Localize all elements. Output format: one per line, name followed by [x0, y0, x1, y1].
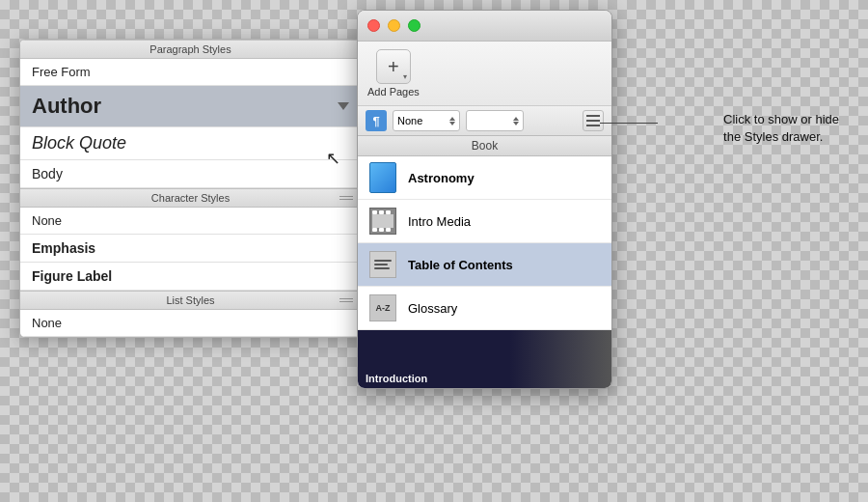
- toolbar-area: + Add Pages: [358, 42, 611, 106]
- svg-rect-0: [586, 115, 600, 117]
- style-label: Block Quote: [32, 133, 126, 153]
- az-icon: A-Z: [369, 294, 396, 321]
- style-label: Body: [32, 166, 63, 181]
- film-strip-row: [372, 228, 393, 232]
- toc-icon: [367, 249, 398, 280]
- paragraph-styles-header: Paragraph Styles: [20, 40, 361, 59]
- item-label: Astronomy: [408, 171, 475, 185]
- film-strip-icon: [369, 208, 396, 235]
- style-item-author[interactable]: Author: [20, 86, 361, 127]
- book-item-toc[interactable]: Table of Contents: [358, 243, 611, 287]
- chevron-down-icon: [513, 117, 519, 126]
- book-item-glossary[interactable]: A-Z Glossary: [358, 287, 611, 330]
- intro-label: Introduction: [366, 373, 427, 384]
- style-item-figure-label[interactable]: Figure Label: [20, 263, 361, 291]
- second-style-dropdown[interactable]: [466, 110, 524, 131]
- arrow-down-icon: [513, 122, 519, 126]
- drag-line: [339, 298, 353, 299]
- drag-handle: [339, 196, 353, 200]
- mouse-cursor-icon: ↖: [326, 150, 340, 167]
- book-label: Book: [472, 139, 498, 153]
- list-styles-label: List Styles: [166, 294, 214, 306]
- toc-line: [374, 264, 388, 265]
- astronomy-icon: [367, 162, 398, 193]
- plus-icon: +: [388, 56, 399, 78]
- drag-line: [339, 199, 353, 200]
- style-label: Free Form: [32, 65, 91, 79]
- toc-line: [374, 260, 392, 262]
- add-pages-icon: +: [376, 49, 411, 84]
- style-item-emphasis[interactable]: Emphasis: [20, 235, 361, 263]
- item-label: Table of Contents: [408, 258, 513, 272]
- paragraph-symbol: ¶: [372, 114, 379, 128]
- add-pages-button[interactable]: + Add Pages: [367, 49, 420, 98]
- style-label: Emphasis: [32, 240, 95, 256]
- drag-line: [339, 196, 353, 197]
- style-label: Figure Label: [32, 268, 112, 284]
- paragraph-styles-label: Paragraph Styles: [149, 43, 231, 55]
- item-label: Glossary: [408, 301, 457, 316]
- arrow-up-icon: [513, 117, 519, 121]
- annotation-text: Click to show or hidethe Styles drawer.: [723, 111, 839, 146]
- book-item-astronomy[interactable]: Astronomy: [358, 156, 611, 200]
- table-of-contents-icon: [369, 251, 396, 278]
- style-label: Author: [32, 94, 101, 118]
- annotation-line: [600, 123, 658, 124]
- film-hole: [372, 228, 377, 232]
- style-item-none[interactable]: None: [20, 208, 361, 235]
- book-item-intro-media[interactable]: Intro Media: [358, 200, 611, 243]
- film-hole: [379, 228, 384, 232]
- media-icon: [367, 206, 398, 237]
- book-section-header: Book: [358, 136, 611, 156]
- styles-drawer: Paragraph Styles Free Form Author Block …: [19, 39, 362, 338]
- format-toolbar: ¶ None: [358, 106, 611, 136]
- dropdown-arrow-icon: [338, 102, 349, 110]
- styles-drawer-toggle-button[interactable]: [583, 110, 604, 131]
- style-item-body[interactable]: Body: [20, 160, 361, 188]
- arrow-down-icon: [449, 122, 455, 126]
- character-styles-header: Character Styles: [20, 188, 361, 208]
- maximize-button[interactable]: [408, 19, 420, 32]
- introduction-thumbnail[interactable]: Introduction: [358, 330, 611, 388]
- style-dropdown[interactable]: None: [393, 110, 460, 131]
- list-styles-header: List Styles: [20, 291, 361, 310]
- minimize-button[interactable]: [388, 19, 400, 32]
- window-titlebar: [358, 11, 611, 42]
- drawer-icon: [586, 115, 600, 126]
- chevron-down-icon: [449, 117, 455, 126]
- add-pages-label: Add Pages: [367, 86, 420, 98]
- close-button[interactable]: [367, 19, 380, 32]
- drag-line: [339, 301, 353, 302]
- style-item-free-form[interactable]: Free Form: [20, 59, 361, 86]
- book-window: + Add Pages ¶ None: [357, 10, 612, 389]
- style-item-none-list[interactable]: None: [20, 310, 361, 337]
- astronomy-book-icon: [369, 162, 396, 193]
- arrow-up-icon: [449, 117, 455, 121]
- style-label: None: [32, 316, 62, 330]
- svg-rect-2: [586, 125, 600, 126]
- style-item-block-quote[interactable]: Block Quote: [20, 127, 361, 160]
- style-label: None: [32, 213, 62, 228]
- dropdown-value: None: [397, 115, 422, 126]
- book-items-list: Astronomy Intro Med: [358, 156, 611, 388]
- svg-rect-1: [586, 120, 600, 122]
- film-hole: [386, 228, 391, 232]
- film-middle: [372, 214, 393, 228]
- glossary-icon: A-Z: [367, 293, 398, 323]
- drag-handle: [339, 298, 353, 302]
- item-label: Intro Media: [408, 214, 471, 229]
- character-styles-label: Character Styles: [151, 192, 230, 204]
- toc-line: [374, 267, 390, 269]
- paragraph-style-icon[interactable]: ¶: [366, 110, 387, 131]
